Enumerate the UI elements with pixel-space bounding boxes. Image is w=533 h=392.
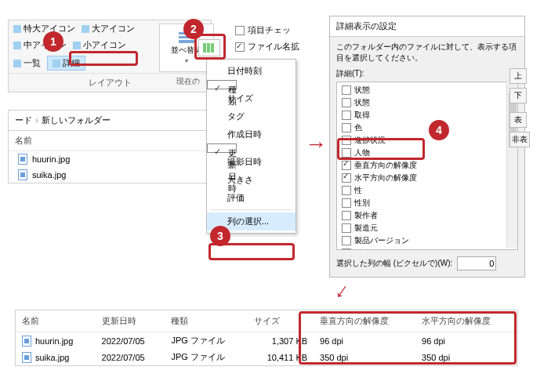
view-option[interactable]: 一覧 xyxy=(13,56,41,71)
chevron-right-icon: › xyxy=(35,115,38,125)
checklist-item[interactable]: 状態 xyxy=(340,96,514,109)
list-item[interactable]: huurin.jpg xyxy=(9,151,211,167)
image-file-icon xyxy=(18,169,27,180)
view-option[interactable]: 小アイコン xyxy=(73,39,126,51)
checklist-item[interactable]: 水平方向の解像度 xyxy=(340,172,514,184)
arrow-down-icon: ↓ xyxy=(331,278,354,304)
image-file-icon xyxy=(18,154,27,165)
checklist-item[interactable]: 性 xyxy=(340,184,514,197)
callout-badge-1: 1 xyxy=(43,31,63,52)
view-option[interactable]: 特大アイコン xyxy=(13,23,75,34)
columns-context-menu: 日付時刻種類サイズタグ作成日時更新日時撮影日時大きさ評価列の選択... xyxy=(206,59,296,234)
scrollbar[interactable] xyxy=(506,81,517,248)
checklist-item[interactable]: 製品バージョン xyxy=(340,234,514,247)
image-file-icon xyxy=(22,336,31,347)
image-file-icon xyxy=(22,352,31,363)
checkbox[interactable] xyxy=(342,123,351,132)
checkbox[interactable] xyxy=(342,186,351,195)
width-input[interactable] xyxy=(457,256,496,270)
checklist-item[interactable]: 取得 xyxy=(340,109,514,122)
checklist-item[interactable]: 状態 xyxy=(340,84,514,96)
menu-item[interactable]: サイズ xyxy=(207,89,296,107)
dialog-message: このフォルダー内のファイルに対して、表示する項目を選択してください。 xyxy=(330,37,524,68)
checklist-item[interactable]: 製造元 xyxy=(340,222,514,234)
breadcrumb[interactable]: ード›新しいフォルダー xyxy=(8,110,212,131)
dialog-title: 詳細表示の設定 xyxy=(330,16,524,37)
view-option[interactable]: 大アイコン xyxy=(82,23,135,34)
move-up-button[interactable]: 上 xyxy=(509,68,527,84)
checkbox[interactable] xyxy=(342,211,351,220)
checkbox[interactable] xyxy=(342,198,351,208)
columns-checklist[interactable]: 状態状態取得色進捗状況人物垂直方向の解像度水平方向の解像度性性別製作者製造元製品… xyxy=(336,82,518,250)
checkbox[interactable] xyxy=(342,98,351,107)
width-label: 選択した列の幅 (ピクセルで)(W): xyxy=(336,258,452,269)
arrow-right-icon: → xyxy=(305,132,327,157)
checkbox[interactable] xyxy=(235,42,245,52)
callout-badge-3: 3 xyxy=(210,226,230,246)
checklist-item[interactable]: 色 xyxy=(340,122,514,134)
ribbon-checkboxes: 項目チェッ ファイル名拡 xyxy=(235,22,299,55)
show-button[interactable]: 表 xyxy=(509,112,527,128)
checkbox[interactable] xyxy=(342,111,351,120)
checkbox[interactable] xyxy=(342,85,351,95)
file-list: 名前 huurin.jpg suika.jpg xyxy=(8,131,212,183)
checkbox[interactable] xyxy=(342,236,351,245)
menu-item[interactable]: 作成日時 xyxy=(207,125,296,143)
menu-item[interactable]: 更新日時 xyxy=(207,143,237,153)
checklist-item[interactable]: 製作者 xyxy=(340,209,514,222)
menu-item[interactable]: 撮影日時 xyxy=(207,153,296,171)
menu-item[interactable]: 種類 xyxy=(207,80,237,89)
callout-badge-4: 4 xyxy=(429,120,449,140)
column-header-name[interactable]: 名前 xyxy=(9,131,211,151)
menu-item[interactable]: 日付時刻 xyxy=(207,62,296,80)
column-header[interactable]: 種類 xyxy=(165,310,248,332)
list-label: 詳細(T): xyxy=(330,68,524,82)
menu-item[interactable]: タグ xyxy=(207,107,296,125)
move-down-button[interactable]: 下 xyxy=(509,88,527,103)
checkbox[interactable] xyxy=(342,173,351,183)
hide-button[interactable]: 非表 xyxy=(509,132,530,147)
checklist-item[interactable]: 垂直方向の解像度 xyxy=(340,159,514,172)
column-header[interactable]: 更新日時 xyxy=(96,310,165,332)
checklist-item[interactable]: 性別 xyxy=(340,197,514,209)
checkbox[interactable] xyxy=(235,26,245,35)
callout-badge-2: 2 xyxy=(183,19,204,39)
checkbox[interactable] xyxy=(342,161,351,170)
column-header[interactable]: 名前 xyxy=(16,310,96,332)
menu-item[interactable]: 評価 xyxy=(207,189,296,207)
checkbox[interactable] xyxy=(342,223,351,233)
menu-item[interactable]: 大きさ xyxy=(207,171,296,189)
list-item[interactable]: suika.jpg xyxy=(9,167,211,183)
